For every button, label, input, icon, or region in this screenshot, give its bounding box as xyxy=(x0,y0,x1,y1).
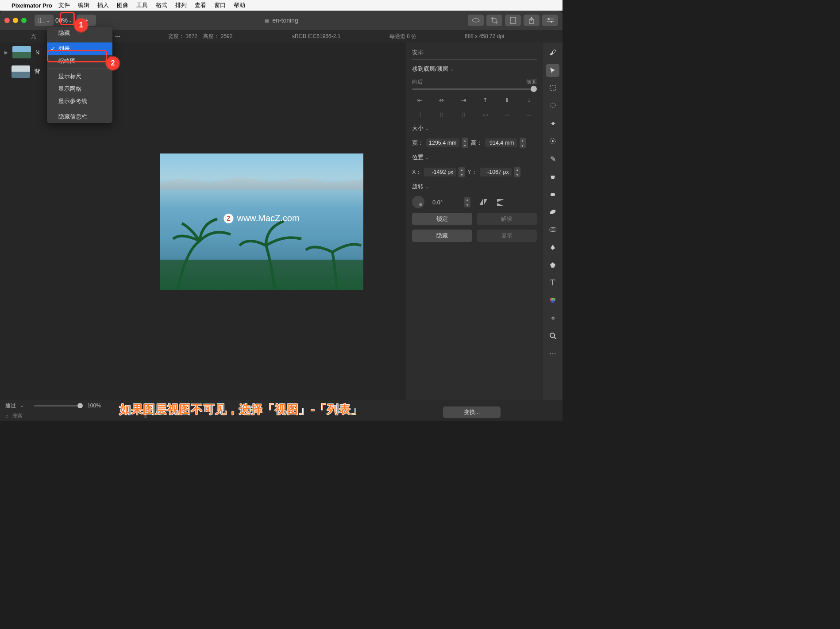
rotation-dial[interactable] xyxy=(412,196,424,208)
slider-handle[interactable] xyxy=(77,403,83,408)
magic-wand-tool-icon[interactable]: ✦ xyxy=(546,117,559,130)
clone-tool-icon[interactable] xyxy=(546,223,559,236)
dropdown-label: 隐藏信息栏 xyxy=(58,113,87,121)
transform-button[interactable]: 变换... xyxy=(443,407,501,418)
app-name[interactable]: Pixelmator Pro xyxy=(12,2,52,9)
menu-window[interactable]: 窗口 xyxy=(214,1,226,9)
opacity-slider[interactable] xyxy=(34,405,83,407)
position-section[interactable]: 位置⌄ xyxy=(412,153,537,161)
marquee-tool-icon[interactable] xyxy=(546,81,559,95)
show-button: 显示 xyxy=(477,230,537,242)
y-stepper[interactable]: ▲▼ xyxy=(514,167,520,177)
dropdown-label: 显示网格 xyxy=(58,85,81,93)
move-label: 移到底层/顶层 xyxy=(412,65,448,72)
menu-arrange[interactable]: 排列 xyxy=(175,1,187,9)
info-dpi: 688 x 458 72 dpi xyxy=(465,33,504,39)
eyedropper-tool-icon[interactable] xyxy=(546,134,559,148)
menu-image[interactable]: 图像 xyxy=(117,1,128,9)
dropdown-label: 显示参考线 xyxy=(58,97,87,105)
menu-tools[interactable]: 工具 xyxy=(136,1,148,9)
sidebar-icon xyxy=(38,18,45,23)
width-input[interactable]: 1295.4 mm xyxy=(426,138,459,147)
menu-view[interactable]: 查看 xyxy=(195,1,206,9)
distribute-v-icon: ▭ xyxy=(478,110,493,118)
align-hcenter-icon[interactable]: ⇔ xyxy=(434,96,449,104)
arrange-tool-icon[interactable] xyxy=(546,64,559,77)
dropdown-label: 隐藏 xyxy=(58,29,70,37)
view-dropdown: 隐藏 ✓列表 缩略图 显示标尺 显示网格 显示参考线 隐藏信息栏 xyxy=(47,27,112,123)
x-stepper[interactable]: ▲▼ xyxy=(459,167,465,177)
window-minimize[interactable] xyxy=(13,18,18,23)
unlock-button: 解锁 xyxy=(477,213,537,225)
brush-tool-icon[interactable]: ✎ xyxy=(546,152,559,165)
search-input[interactable] xyxy=(12,413,78,419)
effects-tool-icon[interactable]: ✧ xyxy=(546,311,559,325)
more-tools-icon[interactable]: ⋯ xyxy=(546,347,559,360)
window-title: ≣ en-toning xyxy=(264,17,298,24)
zoom-tool-icon[interactable] xyxy=(546,329,559,342)
repair-tool-icon[interactable] xyxy=(546,205,559,219)
rotation-input[interactable]: 0.0° xyxy=(432,199,456,206)
height-input[interactable]: 914.4 mm xyxy=(485,138,517,147)
x-label: X： xyxy=(412,169,421,176)
size-section[interactable]: 大小⌄ xyxy=(412,124,537,132)
x-input[interactable]: -1492 px xyxy=(424,168,456,176)
svg-rect-13 xyxy=(551,193,555,196)
layer-thumbnail xyxy=(12,46,31,58)
menu-format[interactable]: 格式 xyxy=(156,1,167,9)
adjust-colors-tool-icon[interactable] xyxy=(546,294,559,307)
shape-tool-icon[interactable] xyxy=(546,258,559,272)
dropdown-label: 显示标尺 xyxy=(58,73,81,81)
window-close[interactable] xyxy=(4,18,10,23)
align-right-icon[interactable]: ⇥ xyxy=(456,96,471,104)
flip-vertical-icon[interactable] xyxy=(496,198,506,206)
crop-button[interactable] xyxy=(486,15,502,26)
window-zoom[interactable] xyxy=(21,18,27,23)
info-dash: --- xyxy=(115,33,120,39)
dropdown-item-rulers[interactable]: 显示标尺 xyxy=(47,70,112,83)
canvas[interactable]: Z www.MacZ.com xyxy=(117,42,406,400)
sidebar-toggle-button[interactable]: ⌄ xyxy=(35,15,54,26)
hide-button[interactable]: 隐藏 xyxy=(412,230,472,242)
text-tool-icon[interactable]: T xyxy=(546,276,559,289)
y-label: Y： xyxy=(467,169,477,176)
tool-repair-button[interactable] xyxy=(468,15,484,26)
menu-insert[interactable]: 插入 xyxy=(97,1,109,9)
document-button[interactable] xyxy=(505,15,521,26)
order-slider[interactable] xyxy=(412,88,537,90)
dropdown-item-grid[interactable]: 显示网格 xyxy=(47,83,112,95)
disclosure-triangle-icon[interactable]: ▶ xyxy=(4,50,8,55)
menu-help[interactable]: 帮助 xyxy=(234,1,245,9)
align-vcenter-icon[interactable]: ⇕ xyxy=(499,96,515,104)
eraser-tool-icon[interactable] xyxy=(546,188,559,201)
menu-file[interactable]: 文件 xyxy=(58,1,70,9)
move-to-layer-row[interactable]: 移到底层/顶层⌄ xyxy=(412,65,537,73)
blend-mode[interactable]: 通过 xyxy=(5,402,16,410)
share-button[interactable] xyxy=(524,15,539,26)
align-top-icon[interactable]: ⤒ xyxy=(478,96,493,104)
style-tool-icon[interactable]: 🖌 xyxy=(546,46,559,59)
image-mountains xyxy=(160,174,363,190)
flip-horizontal-icon[interactable] xyxy=(478,198,488,206)
align-bottom-icon[interactable]: ⤓ xyxy=(521,96,537,104)
search-icon[interactable]: ⌕ xyxy=(5,413,8,419)
dropdown-item-hide-infobar[interactable]: 隐藏信息栏 xyxy=(47,111,112,123)
rotation-stepper[interactable]: ▲▼ xyxy=(464,197,470,207)
pen-tool-icon[interactable] xyxy=(546,241,559,254)
y-input[interactable]: -1067 px xyxy=(480,168,512,176)
height-stepper[interactable]: ▲▼ xyxy=(520,138,526,148)
chevron-down-icon: ⌄ xyxy=(425,184,429,189)
width-stepper[interactable]: ▲▼ xyxy=(462,138,468,148)
slider-handle[interactable] xyxy=(531,86,537,92)
lasso-tool-icon[interactable] xyxy=(546,99,559,112)
fill-tool-icon[interactable] xyxy=(546,170,559,183)
document-icon: ≣ xyxy=(264,17,270,24)
dropdown-item-guides[interactable]: 显示参考线 xyxy=(47,95,112,107)
image-palms xyxy=(160,215,363,289)
menu-edit[interactable]: 编辑 xyxy=(78,1,89,9)
lock-button[interactable]: 锁定 xyxy=(412,213,472,225)
inspector-toggle-button[interactable] xyxy=(542,15,558,26)
rotate-section[interactable]: 旋转⌄ xyxy=(412,183,537,191)
align-left-icon[interactable]: ⇤ xyxy=(412,96,428,104)
opacity-value[interactable]: 100% xyxy=(87,403,101,409)
